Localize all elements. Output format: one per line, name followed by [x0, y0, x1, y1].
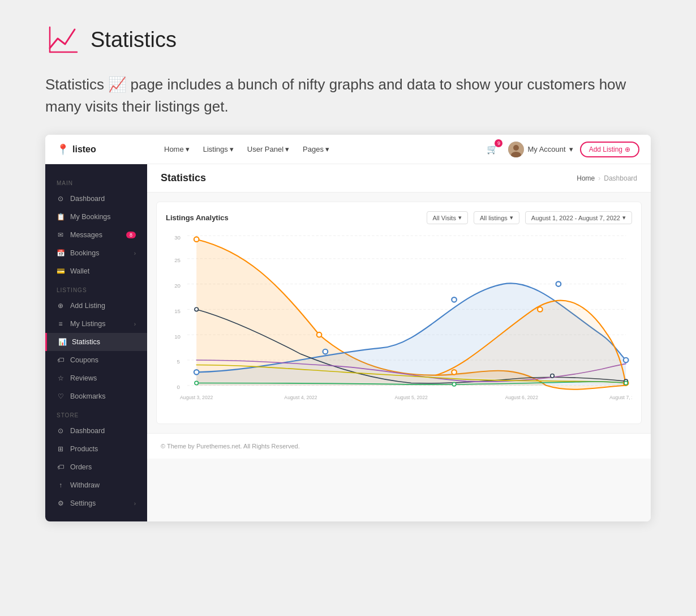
- svg-point-3: [513, 145, 519, 151]
- store-dashboard-icon: ⊙: [57, 427, 65, 435]
- sidebar-item-dashboard-main[interactable]: ⊙ Dashboard: [45, 190, 147, 208]
- chart-filters: All Visits ▾ All listings ▾ August 1, 20…: [427, 211, 632, 224]
- sidebar-item-withdraw[interactable]: ↑ Withdraw: [45, 476, 147, 494]
- coupons-icon: 🏷: [57, 356, 65, 364]
- svg-point-25: [194, 370, 199, 375]
- svg-text:0: 0: [177, 384, 180, 390]
- svg-point-21: [317, 332, 322, 337]
- sidebar-item-add-listing[interactable]: ⊕ Add Listing: [45, 297, 147, 315]
- statistics-icon: [45, 23, 79, 57]
- page-footer: © Theme by Purethemes.net. All Rights Re…: [147, 433, 651, 459]
- sidebar-item-dashboard-store[interactable]: ⊙ Dashboard: [45, 422, 147, 440]
- sidebar-item-bookings[interactable]: 📅 Bookings ›: [45, 244, 147, 262]
- sidebar-item-label: Withdraw: [70, 481, 100, 489]
- svg-text:August 5, 2022: August 5, 2022: [395, 395, 428, 400]
- sidebar-item-label: Bookmarks: [70, 392, 106, 400]
- sidebar-section-main: MAIN: [45, 173, 147, 190]
- messages-icon: ✉: [57, 231, 65, 239]
- nav-right: 🛒 9 My Account ▾ Add Listing ⊕: [483, 140, 639, 159]
- settings-chevron-icon: ›: [134, 500, 136, 507]
- orders-icon: 🏷: [57, 463, 65, 471]
- sidebar-item-messages[interactable]: ✉ Messages 8: [45, 226, 147, 244]
- svg-point-31: [551, 374, 555, 378]
- sidebar-item-label: Reviews: [70, 374, 97, 382]
- nav-listings[interactable]: Listings ▾: [197, 142, 239, 157]
- sidebar-item-coupons[interactable]: 🏷 Coupons: [45, 351, 147, 369]
- add-listing-button[interactable]: Add Listing ⊕: [580, 142, 639, 157]
- sidebar-item-products[interactable]: ⊞ Products: [45, 440, 147, 458]
- filter-all-visits[interactable]: All Visits ▾: [427, 211, 468, 224]
- nav-user-panel[interactable]: User Panel ▾: [242, 142, 295, 157]
- add-listing-icon: ⊕: [57, 302, 65, 310]
- svg-text:25: 25: [174, 257, 181, 263]
- sidebar-item-label: Settings: [70, 499, 96, 507]
- analytics-chart: 0 5 10 15 20 25 30: [166, 233, 632, 414]
- filter-all-listings[interactable]: All listings ▾: [474, 211, 519, 224]
- chart-container: Listings Analytics All Visits ▾ All list…: [156, 202, 642, 424]
- sidebar-section-listings: LISTINGS: [45, 280, 147, 297]
- footer-text: © Theme by Purethemes.net. All Rights Re…: [161, 443, 300, 450]
- sidebar-item-reviews[interactable]: ☆ Reviews: [45, 369, 147, 387]
- withdraw-icon: ↑: [57, 481, 65, 489]
- svg-point-34: [452, 382, 456, 386]
- svg-point-33: [195, 381, 199, 384]
- svg-point-28: [556, 281, 561, 286]
- bookmarks-icon: ♡: [57, 392, 65, 400]
- sidebar-item-statistics[interactable]: 📊 Statistics: [45, 333, 147, 351]
- content-area: MAIN ⊙ Dashboard 📋 My Bookings ✉ Message…: [45, 164, 651, 521]
- breadcrumb-current: Dashboard: [604, 174, 637, 182]
- my-listings-icon: ≡: [57, 320, 65, 328]
- breadcrumb-separator: ›: [598, 174, 600, 182]
- bookings-icon: 📅: [57, 249, 65, 257]
- account-button[interactable]: My Account ▾: [508, 142, 573, 157]
- sidebar: MAIN ⊙ Dashboard 📋 My Bookings ✉ Message…: [45, 164, 147, 521]
- sidebar-item-label: Orders: [70, 463, 92, 471]
- page-header: Statistics: [0, 0, 696, 68]
- reviews-icon: ☆: [57, 374, 65, 382]
- svg-text:August 4, 2022: August 4, 2022: [284, 395, 317, 400]
- cart-button[interactable]: 🛒 9: [483, 140, 501, 159]
- main-content: Statistics Home › Dashboard Listings Ana…: [147, 164, 651, 521]
- breadcrumb-home[interactable]: Home: [577, 174, 595, 182]
- brand-name: listeo: [72, 144, 96, 155]
- my-listings-chevron-icon: ›: [134, 321, 136, 327]
- nav-pages[interactable]: Pages ▾: [297, 142, 335, 157]
- svg-point-23: [538, 307, 543, 312]
- sidebar-item-label: Bookings: [70, 249, 99, 257]
- nav-home[interactable]: Home ▾: [158, 142, 195, 157]
- sidebar-item-my-bookings[interactable]: 📋 My Bookings: [45, 208, 147, 226]
- dashboard-icon: ⊙: [57, 195, 65, 203]
- top-nav: 📍 listeo Home ▾ Listings ▾ User Panel ▾ …: [45, 135, 651, 164]
- chart-title: Listings Analytics: [166, 213, 229, 222]
- breadcrumb: Home › Dashboard: [577, 174, 637, 182]
- chart-area: 0 5 10 15 20 25 30: [166, 233, 632, 414]
- sidebar-item-label: My Bookings: [70, 213, 111, 221]
- svg-text:August 6, 2022: August 6, 2022: [505, 395, 539, 400]
- sidebar-item-label: Dashboard: [70, 195, 105, 203]
- sidebar-item-label: My Listings: [70, 320, 106, 328]
- sidebar-item-orders[interactable]: 🏷 Orders: [45, 458, 147, 476]
- brand[interactable]: 📍 listeo: [57, 143, 158, 156]
- filter-date-range[interactable]: August 1, 2022 - August 7, 2022 ▾: [525, 211, 632, 224]
- svg-point-26: [323, 349, 328, 354]
- svg-text:August 7, 2022: August 7, 2022: [609, 395, 632, 400]
- svg-point-35: [624, 381, 628, 384]
- sidebar-item-wallet[interactable]: 💳 Wallet: [45, 262, 147, 280]
- sidebar-item-label: Dashboard: [70, 427, 105, 435]
- svg-text:10: 10: [174, 333, 181, 340]
- wallet-icon: 💳: [57, 267, 65, 275]
- sidebar-item-bookmarks[interactable]: ♡ Bookmarks: [45, 387, 147, 405]
- svg-point-29: [624, 358, 629, 363]
- sidebar-item-my-listings[interactable]: ≡ My Listings ›: [45, 315, 147, 333]
- account-chevron: ▾: [569, 145, 573, 153]
- my-bookings-icon: 📋: [57, 213, 65, 221]
- sidebar-item-settings[interactable]: ⚙ Settings ›: [45, 494, 147, 512]
- sidebar-item-label: Products: [70, 445, 98, 453]
- nav-links: Home ▾ Listings ▾ User Panel ▾ Pages ▾: [158, 142, 483, 157]
- chart-header: Listings Analytics All Visits ▾ All list…: [166, 211, 632, 224]
- products-icon: ⊞: [57, 445, 65, 453]
- svg-text:15: 15: [174, 308, 181, 314]
- sidebar-section-store: STORE: [45, 405, 147, 422]
- browser-mockup: 📍 listeo Home ▾ Listings ▾ User Panel ▾ …: [45, 135, 651, 521]
- messages-badge: 8: [126, 232, 136, 238]
